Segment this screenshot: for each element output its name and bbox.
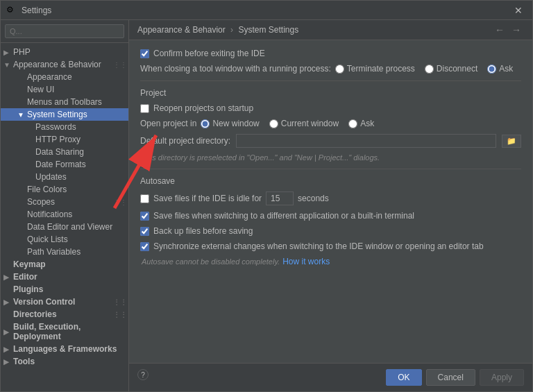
expand-arrow: ▶	[3, 328, 13, 336]
sidebar-item-menus-toolbars[interactable]: Menus and Toolbars	[1, 96, 128, 108]
confirm-exit-checkbox[interactable]	[140, 49, 149, 58]
forward-button[interactable]: →	[509, 24, 524, 35]
sidebar-item-file-colors[interactable]: File Colors	[1, 183, 128, 196]
backup-label: Back up files before saving	[153, 226, 253, 236]
sidebar-item-label: Appearance	[27, 72, 126, 82]
sidebar-item-label: Appearance & Behavior	[13, 60, 126, 69]
sidebar-item-appearance-behavior[interactable]: ▼ Appearance & Behavior ⋮⋮	[1, 58, 128, 71]
radio-new-window: New window	[201, 119, 259, 128]
confirm-exit-row: Confirm before exiting the IDE	[140, 49, 521, 58]
current-window-label: Current window	[281, 119, 339, 128]
how-it-works-link[interactable]: How it works	[282, 257, 330, 266]
sidebar-item-php[interactable]: ▶ PHP	[1, 46, 128, 58]
radio-ask: Ask	[487, 64, 513, 74]
default-dir-input[interactable]	[236, 134, 496, 148]
app-icon: ⚙	[6, 5, 17, 16]
cancel-button[interactable]: Cancel	[426, 369, 475, 386]
expand-arrow: ▶	[3, 273, 13, 281]
default-dir-row: Default project directory: 📁	[140, 134, 521, 148]
tool-window-row: When closing a tool window with a runnin…	[140, 64, 521, 74]
sidebar-item-label: Directories	[13, 309, 126, 319]
tree: ▶ PHP ▼ Appearance & Behavior ⋮⋮ Appeara…	[1, 43, 128, 391]
sidebar-item-date-formats[interactable]: Date Formats	[1, 158, 128, 171]
sidebar-item-label: Scopes	[27, 197, 126, 207]
sidebar-item-passwords[interactable]: Passwords	[1, 121, 128, 133]
sidebar-item-languages-frameworks[interactable]: ▶ Languages & Frameworks	[1, 343, 128, 355]
sidebar-item-label: Keymap	[13, 259, 126, 269]
sidebar-item-updates[interactable]: Updates	[1, 171, 128, 183]
expand-arrow-php: ▶	[3, 49, 13, 56]
sidebar-item-scopes[interactable]: Scopes ⋮⋮	[1, 196, 128, 208]
current-window-radio[interactable]	[269, 119, 278, 128]
sidebar-item-label: File Colors	[27, 185, 126, 194]
scroll-handle: ⋮⋮	[113, 311, 127, 318]
new-window-label: New window	[212, 119, 259, 128]
save-idle-checkbox[interactable]	[140, 194, 149, 203]
sidebar-item-label: Date Formats	[35, 160, 126, 169]
bottom-bar: ? OK Cancel Apply	[129, 363, 532, 391]
new-window-radio[interactable]	[201, 119, 210, 128]
dir-hint: This directory is preselected in "Open..…	[140, 153, 521, 162]
default-dir-label: Default project directory:	[140, 136, 230, 146]
terminate-radio[interactable]	[335, 65, 344, 74]
reopen-checkbox[interactable]	[140, 104, 149, 113]
search-input[interactable]	[5, 24, 124, 38]
title-bar: ⚙ Settings ✕	[1, 1, 532, 20]
expand-arrow: ▶	[3, 346, 13, 353]
sidebar-item-keymap[interactable]: Keymap	[1, 258, 128, 271]
sidebar-item-path-variables[interactable]: Path Variables	[1, 246, 128, 258]
save-switch-label: Save files when switching to a different…	[153, 211, 414, 221]
sidebar-item-label: Notifications	[27, 210, 126, 219]
scroll-handle: ⋮⋮	[113, 61, 127, 69]
sidebar-item-notifications[interactable]: Notifications	[1, 208, 128, 221]
disconnect-radio[interactable]	[425, 65, 434, 74]
sidebar-item-build-execution[interactable]: ▶ Build, Execution, Deployment	[1, 321, 128, 343]
breadcrumb: Appearance & Behavior › System Settings	[137, 25, 298, 35]
sidebar-item-label: Quick Lists	[27, 235, 126, 244]
backup-checkbox[interactable]	[140, 227, 149, 236]
tool-window-label: When closing a tool window with a runnin…	[140, 64, 331, 74]
sidebar-item-http-proxy[interactable]: HTTP Proxy	[1, 133, 128, 146]
ask-process-radio[interactable]	[487, 65, 496, 74]
sidebar-item-plugins[interactable]: Plugins	[1, 283, 128, 296]
save-idle-unit: seconds	[298, 194, 329, 203]
sidebar-item-new-ui[interactable]: New UI	[1, 83, 128, 96]
sidebar-item-system-settings[interactable]: ▼ System Settings	[1, 108, 128, 121]
save-switch-row: Save files when switching to a different…	[140, 211, 521, 221]
radio-current-window: Current window	[269, 119, 339, 128]
breadcrumb-separator: ›	[230, 25, 233, 35]
project-header: Project	[140, 88, 521, 98]
autosave-hint-row: Autosave cannot be disabled completely. …	[140, 257, 521, 266]
sidebar-item-version-control[interactable]: ▶ Version Control ⋮⋮	[1, 296, 128, 308]
sidebar-item-label: New UI	[27, 85, 126, 94]
ok-button[interactable]: OK	[386, 369, 421, 386]
sidebar-item-quick-lists[interactable]: Quick Lists	[1, 233, 128, 246]
save-idle-label: Save files if the IDE is idle for	[153, 194, 262, 203]
settings-window: ⚙ Settings ✕ ▶ PHP ▼ Appearance & Behavi…	[0, 0, 533, 392]
nav-buttons: ← →	[492, 24, 524, 35]
expand-arrow-ab: ▼	[3, 61, 13, 69]
sync-checkbox[interactable]	[140, 242, 149, 251]
help-icon[interactable]: ?	[137, 369, 149, 380]
sidebar-item-data-sharing[interactable]: Data Sharing	[1, 146, 128, 158]
save-switch-checkbox[interactable]	[140, 212, 149, 221]
close-button[interactable]: ✕	[510, 3, 527, 17]
sidebar-item-tools[interactable]: ▶ Tools	[1, 355, 128, 368]
back-button[interactable]: ←	[492, 24, 507, 35]
sidebar-item-directories[interactable]: Directories ⋮⋮	[1, 308, 128, 321]
sidebar-item-editor[interactable]: ▶ Editor	[1, 271, 128, 283]
expand-arrow: ▶	[3, 298, 13, 306]
sidebar-item-label: Data Sharing	[35, 147, 126, 157]
ask-label: Ask	[499, 64, 513, 74]
sidebar-item-label: PHP	[13, 47, 126, 57]
ask2-label: Ask	[360, 119, 374, 128]
sidebar-item-label: Editor	[13, 272, 126, 282]
folder-browse-button[interactable]: 📁	[502, 135, 521, 148]
reopen-label: Reopen projects on startup	[153, 103, 253, 113]
sidebar-item-label: Tools	[13, 357, 126, 366]
apply-button[interactable]: Apply	[480, 369, 524, 386]
sidebar-item-appearance[interactable]: Appearance	[1, 71, 128, 83]
ask2-radio[interactable]	[348, 119, 357, 128]
save-idle-seconds-input[interactable]	[266, 191, 294, 205]
sidebar-item-data-editor-viewer[interactable]: Data Editor and Viewer	[1, 221, 128, 233]
